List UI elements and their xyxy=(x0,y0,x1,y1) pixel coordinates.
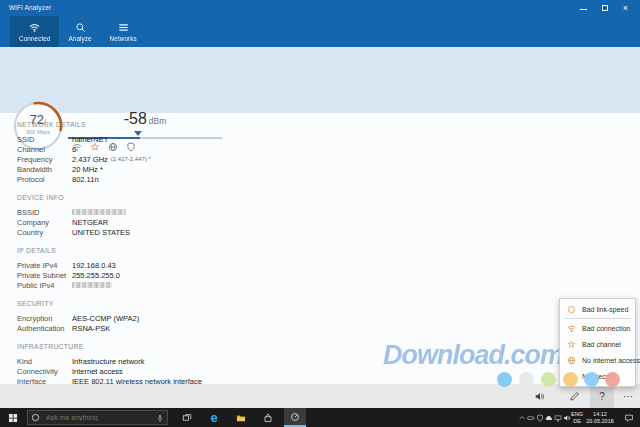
popup-item-no-internet-access[interactable]: No internet access xyxy=(560,352,635,368)
popup-item-label: Bad channel xyxy=(582,341,621,348)
store-icon xyxy=(263,413,273,423)
popup-item-label: Bad connection xyxy=(582,325,630,332)
more-icon: ··· xyxy=(623,391,633,402)
more-button[interactable]: ··· xyxy=(616,384,640,408)
section-title: DEVICE INFO xyxy=(17,194,640,201)
edge-taskbar-button[interactable]: e xyxy=(203,408,225,427)
row-label: Private IPv4 xyxy=(17,261,72,270)
section-title: NETWORK DETAILS xyxy=(17,121,640,128)
section-security: SECURITYEncryptionAES-CCMP (WPA2)Authent… xyxy=(17,300,640,333)
pen-button[interactable] xyxy=(562,384,586,408)
row-label: Private Subnet xyxy=(17,271,72,280)
section-ip-details: IP DETAILSPrivate IPv4192.168.0.43Privat… xyxy=(17,247,640,290)
start-button[interactable] xyxy=(2,408,24,427)
wifi-analyzer-screen: WiFi Analyzer × ConnectedAnalyzeNetworks… xyxy=(0,0,640,427)
row-label: Kind xyxy=(17,357,72,366)
tab-label: Connected xyxy=(19,35,50,42)
cortana-icon xyxy=(31,413,40,422)
watermark-dot xyxy=(497,372,512,387)
maximize-button[interactable] xyxy=(594,0,615,16)
row-label: Encryption xyxy=(17,314,72,323)
close-button[interactable]: × xyxy=(615,0,636,16)
volume-icon xyxy=(534,391,545,402)
help-button[interactable]: ? xyxy=(590,384,614,408)
section-title: IP DETAILS xyxy=(17,247,640,254)
popup-item-bad-connection[interactable]: Bad connection xyxy=(560,320,635,336)
detail-row: Protocol802.11n xyxy=(17,174,640,184)
detail-row: Bandwidth20 MHz * xyxy=(17,164,640,174)
row-value: AES-CCMP (WPA2) xyxy=(72,314,139,323)
detail-row: CompanyNETGEAR xyxy=(17,217,640,227)
tab-connected[interactable]: Connected xyxy=(10,16,59,47)
search-box[interactable] xyxy=(27,410,168,425)
popup-divider xyxy=(564,318,631,319)
row-value: 192.168.0.43 xyxy=(72,261,116,270)
row-value: NETGEAR xyxy=(72,218,108,227)
command-bar: ?··· xyxy=(0,384,640,408)
row-label: BSSID xyxy=(17,208,72,217)
row-value: RSNA-PSK xyxy=(72,324,110,333)
row-value: 6 xyxy=(72,145,76,154)
watermark-dot xyxy=(584,372,599,387)
watermark-dot xyxy=(541,372,556,387)
row-label: Public IPv4 xyxy=(17,281,72,290)
row-value: Infrastructure network xyxy=(72,357,145,366)
clock[interactable]: 14:12 20.05.2016 xyxy=(585,408,615,427)
popup-item-bad-channel[interactable]: Bad channel xyxy=(560,336,635,352)
row-value: 20 MHz * xyxy=(72,165,103,174)
minimize-button[interactable] xyxy=(573,0,594,16)
row-label: Channel xyxy=(17,145,72,154)
detail-row: Frequency2.437 GHz(2.427-2.447) * xyxy=(17,154,640,164)
popup-item-label: No internet access xyxy=(582,357,640,364)
row-label: Bandwidth xyxy=(17,165,72,174)
row-note: (2.427-2.447) * xyxy=(111,156,151,162)
tab-networks[interactable]: Networks xyxy=(101,16,146,47)
redacted-value xyxy=(72,282,112,288)
tab-analyze[interactable]: Analyze xyxy=(59,16,100,47)
titlebar: WiFi Analyzer × xyxy=(0,0,640,16)
window-title: WiFi Analyzer xyxy=(9,4,51,11)
detail-row: BSSID xyxy=(17,207,640,217)
wifi-analyzer-taskbar-button[interactable] xyxy=(284,408,306,427)
watermark-dot xyxy=(519,372,534,387)
volume-button[interactable] xyxy=(527,384,551,408)
help-icon: ? xyxy=(599,391,605,402)
start-icon xyxy=(8,413,18,423)
row-label: Authentication xyxy=(17,324,72,333)
store-taskbar-button[interactable] xyxy=(257,408,279,427)
detail-row: Private IPv4192.168.0.43 xyxy=(17,260,640,270)
row-label: Company xyxy=(17,218,72,227)
date: 20.05.2016 xyxy=(586,418,614,425)
minimize-icon xyxy=(580,9,587,10)
section-device-info: DEVICE INFOBSSIDCompanyNETGEARCountryUNI… xyxy=(17,194,640,237)
row-label: Interface xyxy=(17,377,72,385)
tab-bar: ConnectedAnalyzeNetworks xyxy=(0,16,640,47)
detail-row: Private Subnet255.255.255.0 xyxy=(17,270,640,280)
search-input[interactable] xyxy=(44,413,156,422)
edge-icon: e xyxy=(210,411,217,424)
row-label: Country xyxy=(17,228,72,237)
watermark-dot xyxy=(563,372,578,387)
task-view-taskbar-button[interactable] xyxy=(176,408,198,427)
action-center-button[interactable] xyxy=(621,408,637,427)
wifi-analyzer-icon xyxy=(290,412,300,422)
detail-row: EncryptionAES-CCMP (WPA2) xyxy=(17,313,640,323)
popup-item-bad-link-speed[interactable]: Bad link-speed xyxy=(560,301,635,317)
wifi-icon xyxy=(567,324,576,333)
close-icon: × xyxy=(623,4,628,13)
language-indicator[interactable]: ENG DE xyxy=(569,408,585,427)
row-value: IEEE 802.11 wireless network interface xyxy=(72,377,202,385)
file-explorer-icon xyxy=(236,413,246,423)
maximize-icon xyxy=(602,5,608,11)
redacted-value xyxy=(72,209,126,215)
row-value: 255.255.255.0 xyxy=(72,271,120,280)
language-secondary: DE xyxy=(573,418,581,425)
pen-icon xyxy=(569,391,580,402)
action-center-icon xyxy=(624,413,634,423)
detail-row: CountryUNITED STATES xyxy=(17,227,640,237)
globe-icon xyxy=(567,356,576,365)
file-explorer-taskbar-button[interactable] xyxy=(230,408,252,427)
detail-row: SSIDhafnerNET xyxy=(17,134,640,144)
circle-icon xyxy=(567,305,576,314)
star-icon xyxy=(567,340,576,349)
